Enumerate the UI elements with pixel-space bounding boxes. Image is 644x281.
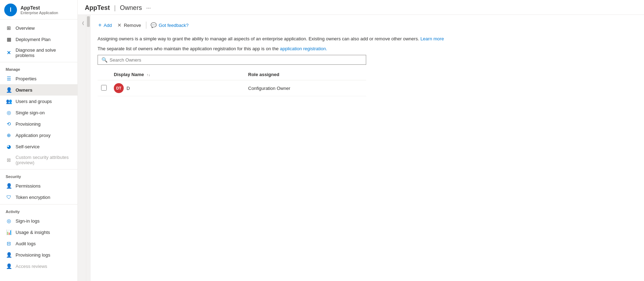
sidebar-item-usage-insights-label: Usage & insights: [16, 230, 50, 235]
users-groups-icon: 👥: [6, 98, 12, 104]
access-reviews-icon: 👤: [6, 263, 12, 269]
sort-icon-display: ↑↓: [147, 73, 150, 77]
owner-cell: DT D: [114, 83, 241, 93]
sidebar: I AppTest Enterprise Application ⊞ Overv…: [0, 0, 78, 281]
learn-more-link[interactable]: Learn more: [420, 36, 444, 41]
sidebar-app-type: Enterprise Application: [21, 11, 58, 15]
page-header-app-name: AppTest: [85, 4, 110, 12]
sidebar-item-provisioning-logs[interactable]: 👤 Provisioning logs: [0, 249, 77, 260]
divider-activity: [0, 204, 77, 205]
sidebar-item-owners[interactable]: 👤 Owners: [0, 84, 77, 96]
sidebar-item-token-encryption-label: Token encryption: [16, 195, 50, 200]
scrollbar-area: [86, 15, 90, 281]
sso-icon: ◎: [6, 109, 12, 116]
sidebar-item-audit-logs-label: Audit logs: [16, 241, 36, 246]
sidebar-item-provisioning[interactable]: ⟲ Provisioning: [0, 118, 77, 130]
owner-display-cell: DT D: [110, 80, 245, 96]
sidebar-item-app-proxy[interactable]: ⊕ Application proxy: [0, 130, 77, 141]
diagnose-icon: ✕: [6, 50, 12, 56]
custom-security-icon: ⊠: [6, 157, 12, 163]
sidebar-nav: ⊞ Overview ▦ Deployment Plan ✕ Diagnose …: [0, 19, 77, 281]
row-checkbox[interactable]: [101, 85, 107, 91]
sidebar-item-audit-logs[interactable]: ⊟ Audit logs: [0, 238, 77, 249]
sidebar-item-sign-in-logs[interactable]: ◎ Sign-in logs: [0, 215, 77, 226]
sidebar-item-self-service-label: Self-service: [16, 144, 40, 149]
feedback-button[interactable]: 💬 Got feedback?: [151, 22, 189, 28]
provisioning-icon: ⟲: [6, 121, 12, 127]
sidebar-item-usage-insights[interactable]: 📊 Usage & insights: [0, 226, 77, 238]
col-header-checkbox: [98, 69, 110, 80]
sign-in-logs-icon: ◎: [6, 218, 12, 224]
overview-icon: ⊞: [6, 25, 12, 31]
table-row: DT D Configuration Owner: [98, 80, 366, 96]
sidebar-item-sso-label: Single sign-on: [16, 110, 45, 115]
add-icon: +: [98, 22, 101, 28]
sidebar-item-overview[interactable]: ⊞ Overview: [0, 22, 77, 34]
sidebar-item-users-groups-label: Users and groups: [16, 99, 52, 104]
sidebar-app-name: AppTest: [21, 5, 58, 11]
owners-icon: 👤: [6, 87, 12, 93]
sidebar-item-custom-security: ⊠ Custom security attributes (preview): [0, 152, 77, 168]
scrollbar-thumb: [87, 16, 90, 27]
sidebar-item-provisioning-label: Provisioning: [16, 121, 41, 127]
sidebar-item-owners-label: Owners: [16, 87, 33, 93]
sidebar-item-diagnose-label: Diagnose and solve problems: [16, 47, 72, 58]
permissions-icon: 👤: [6, 183, 12, 189]
sidebar-item-deployment-label: Deployment Plan: [16, 37, 51, 42]
search-input[interactable]: [110, 57, 362, 63]
main-content: AppTest | Owners ··· 《 + Add ✕ Remove: [78, 0, 644, 281]
divider-security: [0, 169, 77, 170]
sidebar-item-properties[interactable]: ☰ Properties: [0, 73, 77, 84]
app-avatar: I: [4, 4, 17, 16]
section-manage: Manage: [0, 64, 77, 73]
properties-icon: ☰: [6, 75, 12, 82]
app-proxy-icon: ⊕: [6, 132, 12, 138]
owner-name: D: [127, 86, 130, 91]
sidebar-item-permissions-label: Permissions: [16, 183, 41, 189]
self-service-icon: ◕: [6, 143, 12, 150]
content-panel: + Add ✕ Remove 💬 Got feedback? Assigning…: [90, 15, 644, 281]
sidebar-collapse-button[interactable]: 《: [78, 15, 86, 281]
sidebar-item-diagnose[interactable]: ✕ Diagnose and solve problems: [0, 45, 77, 61]
app-registration-link[interactable]: application registration.: [280, 46, 327, 51]
row-checkbox-cell[interactable]: [98, 80, 110, 96]
remove-icon: ✕: [117, 22, 122, 28]
sidebar-item-deployment-plan[interactable]: ▦ Deployment Plan: [0, 34, 77, 45]
toolbar: + Add ✕ Remove 💬 Got feedback?: [98, 21, 637, 30]
provisioning-logs-icon: 👤: [6, 252, 12, 258]
sidebar-item-permissions[interactable]: 👤 Permissions: [0, 180, 77, 191]
search-icon: 🔍: [101, 57, 107, 63]
deployment-icon: ▦: [6, 36, 12, 42]
owner-role: Configuration Owner: [248, 86, 290, 91]
sidebar-item-users-groups[interactable]: 👥 Users and groups: [0, 96, 77, 107]
sidebar-item-properties-label: Properties: [16, 76, 36, 81]
remove-button[interactable]: ✕ Remove: [117, 21, 141, 29]
owner-role-cell: Configuration Owner: [245, 80, 366, 96]
add-button[interactable]: + Add: [98, 21, 112, 30]
section-security: Security: [0, 171, 77, 180]
feedback-icon: 💬: [151, 22, 157, 28]
info-text-2: The separate list of owners who maintain…: [98, 45, 637, 52]
toolbar-divider: [146, 22, 146, 29]
page-title: Owners: [120, 4, 142, 12]
sidebar-item-self-service[interactable]: ◕ Self-service: [0, 141, 77, 152]
chevron-left-icon: 《: [80, 21, 84, 27]
usage-insights-icon: 📊: [6, 229, 12, 235]
divider-manage: [0, 62, 77, 62]
sidebar-item-sso[interactable]: ◎ Single sign-on: [0, 107, 77, 118]
info-text-1: Assigning owners is a simple way to gran…: [98, 35, 637, 42]
owners-table: Display Name ↑↓ Role assigned DT: [98, 69, 366, 96]
sidebar-item-sign-in-logs-label: Sign-in logs: [16, 218, 40, 224]
audit-logs-icon: ⊟: [6, 240, 12, 247]
sidebar-item-token-encryption[interactable]: 🛡 Token encryption: [0, 191, 77, 203]
col-header-display-name[interactable]: Display Name ↑↓: [110, 69, 245, 80]
page-header: AppTest | Owners ···: [78, 0, 644, 15]
header-more-icon[interactable]: ···: [146, 5, 151, 11]
sidebar-item-app-proxy-label: Application proxy: [16, 133, 51, 138]
search-box[interactable]: 🔍: [98, 55, 366, 65]
header-separator: |: [114, 4, 116, 12]
owner-avatar: DT: [114, 83, 124, 93]
sidebar-item-access-reviews-label: Access reviews: [16, 264, 47, 269]
sidebar-header: I AppTest Enterprise Application: [0, 0, 77, 19]
sidebar-item-custom-security-label: Custom security attributes (preview): [16, 155, 72, 165]
